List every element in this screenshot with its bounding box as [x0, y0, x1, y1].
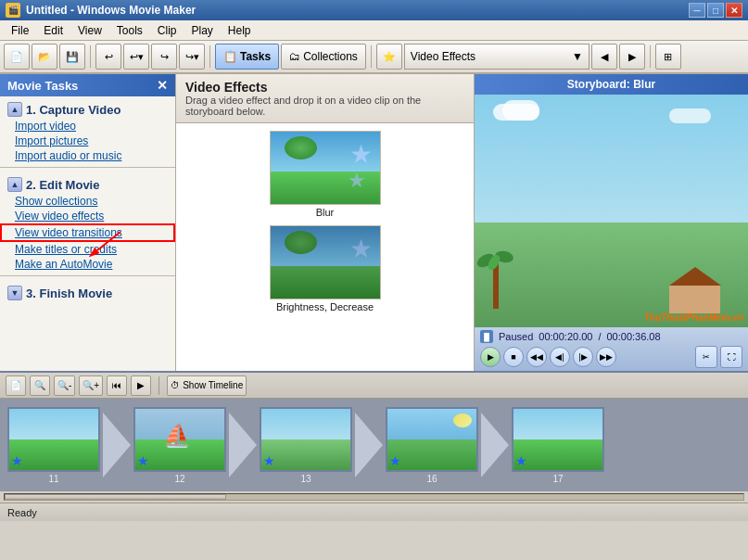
make-automovie-link[interactable]: Make an AutoMovie: [0, 257, 175, 272]
close-button[interactable]: ✕: [726, 3, 742, 18]
edit-movie-section: ▲ 2. Edit Movie: [0, 172, 175, 194]
total-time: 00:00:36.08: [607, 331, 661, 342]
toolbar-separator-1: [90, 45, 91, 68]
toolbar-separator-3: [371, 45, 372, 68]
rewind-button[interactable]: ◀◀: [526, 347, 547, 367]
story-thumb-12: ⛵ ★: [133, 407, 226, 472]
storyboard-rewind-btn[interactable]: ⏮: [107, 375, 127, 396]
redo-button[interactable]: ↪: [151, 44, 177, 70]
open-button[interactable]: 📂: [32, 44, 57, 70]
show-timeline-btn[interactable]: ⏱ Show Timeline: [167, 375, 247, 396]
tasks-label: Tasks: [240, 50, 271, 63]
left-panel: Movie Tasks ✕ ▲ 1. Capture Video Import …: [0, 74, 176, 371]
fullscreen-button[interactable]: ⛶: [720, 346, 742, 368]
redo-dropdown2[interactable]: ↪▾: [179, 44, 205, 70]
tasks-icon: 📋: [223, 50, 237, 63]
effects-icon-btn[interactable]: ⭐: [376, 44, 402, 70]
capture-collapse-button[interactable]: ▲: [7, 102, 22, 117]
menu-file[interactable]: File: [4, 22, 36, 39]
menu-bar: File Edit View Tools Clip Play Help: [0, 20, 748, 41]
horizontal-scrollbar[interactable]: [0, 491, 748, 503]
minimize-button[interactable]: ─: [689, 3, 705, 18]
transition-11-12: [100, 413, 133, 477]
status-text: Ready: [7, 507, 37, 518]
fast-forward-button[interactable]: ▶▶: [596, 347, 616, 367]
storyboard-item-17[interactable]: ★ 17: [512, 407, 604, 484]
undo-button[interactable]: ↩: [95, 44, 121, 70]
view-video-transitions-link[interactable]: View video transitions: [0, 223, 175, 242]
story-num-16: 16: [426, 474, 437, 484]
save-button[interactable]: 💾: [59, 44, 85, 70]
tasks-button[interactable]: 📋 Tasks: [215, 44, 279, 70]
storyboard-content: ★ 11 ⛵ ★ 12 ★ 13: [0, 399, 748, 491]
title-bar: 🎬 Untitled - Windows Movie Maker ─ □ ✕: [0, 0, 748, 20]
stop-button[interactable]: ■: [503, 347, 524, 367]
menu-tools[interactable]: Tools: [109, 22, 150, 39]
ground-bg: ThuThuatPhanMem.vn: [475, 223, 748, 327]
panel-close-button[interactable]: ✕: [157, 78, 168, 93]
transition-16-17: [478, 413, 512, 477]
grid-view-button[interactable]: ⊞: [655, 44, 681, 70]
scrollbar-track[interactable]: [4, 493, 744, 501]
right-controls: ✂ ⛶: [695, 346, 742, 368]
storyboard-item-12[interactable]: ⛵ ★ 12: [133, 407, 226, 484]
menu-clip[interactable]: Clip: [150, 22, 184, 39]
step-back-button[interactable]: ◀|: [550, 347, 570, 367]
step-forward-button[interactable]: |▶: [573, 347, 593, 367]
current-time: 00:00:20.00: [539, 331, 592, 342]
sky-bg: [475, 95, 748, 223]
split-button[interactable]: ✂: [695, 346, 717, 368]
next-effect-button[interactable]: ▶: [619, 44, 645, 70]
menu-view[interactable]: View: [70, 22, 109, 39]
storyboard-play-btn[interactable]: ▶: [131, 375, 151, 396]
storyboard-search-btn[interactable]: 🔍: [30, 375, 50, 396]
import-audio-link[interactable]: Import audio or music: [0, 148, 175, 163]
status-bar: Ready: [0, 503, 748, 521]
storyboard-item-13[interactable]: ★ 13: [260, 407, 352, 484]
preview-status-bar: ▐▌ Paused 00:00:20.00 / 00:00:36.08: [480, 330, 742, 343]
storyboard-item-16[interactable]: ★ 16: [386, 407, 478, 484]
effects-panel: Video Effects Drag a video effect and dr…: [176, 74, 475, 371]
edit-title: 2. Edit Movie: [26, 178, 99, 192]
section-divider-1: [0, 167, 175, 168]
storyboard-new-btn[interactable]: 📄: [6, 375, 26, 396]
story-num-11: 11: [48, 474, 58, 484]
prev-effect-button[interactable]: ◀: [591, 44, 617, 70]
show-collections-link[interactable]: Show collections: [0, 194, 175, 209]
dropdown-arrow-icon: ▼: [572, 50, 583, 63]
effect-blur[interactable]: ★ ★ Blur: [184, 131, 466, 218]
story-thumb-13: ★: [260, 407, 352, 472]
collections-button[interactable]: 🗂 Collections: [281, 44, 366, 70]
blur-thumbnail: ★ ★: [270, 131, 381, 205]
redo-dropdown[interactable]: ↩▾: [123, 44, 149, 70]
story-num-17: 17: [552, 474, 563, 484]
edit-collapse-button[interactable]: ▲: [7, 177, 22, 192]
menu-edit[interactable]: Edit: [36, 22, 70, 39]
brightness-thumbnail: ★: [270, 225, 381, 299]
storyboard-zoom-out-btn[interactable]: 🔍-: [54, 375, 75, 396]
finish-collapse-button[interactable]: ▼: [7, 286, 22, 300]
import-video-link[interactable]: Import video: [0, 119, 175, 134]
capture-title: 1. Capture Video: [26, 103, 120, 117]
import-pictures-link[interactable]: Import pictures: [0, 134, 175, 148]
preview-title: Storyboard: Blur: [475, 74, 748, 95]
toolbar: 📄 📂 💾 ↩ ↩▾ ↪ ↪▾ 📋 Tasks 🗂 Collections ⭐ …: [0, 41, 748, 74]
section-divider-2: [0, 275, 175, 276]
storyboard-zoom-in-btn[interactable]: 🔍+: [79, 375, 103, 396]
menu-play[interactable]: Play: [184, 22, 221, 39]
play-button[interactable]: ▶: [480, 347, 501, 367]
new-button[interactable]: 📄: [4, 44, 30, 70]
effects-dropdown[interactable]: Video Effects ▼: [404, 44, 590, 70]
make-titles-link[interactable]: Make titles or credits: [0, 242, 175, 257]
collections-label: Collections: [303, 50, 358, 63]
effects-header: Video Effects Drag a video effect and dr…: [176, 74, 474, 123]
storyboard-item-11[interactable]: ★ 11: [7, 407, 100, 484]
maximize-button[interactable]: □: [707, 3, 724, 18]
show-timeline-label: Show Timeline: [183, 380, 243, 390]
scrollbar-thumb[interactable]: [5, 494, 226, 500]
view-video-effects-link[interactable]: View video effects: [0, 209, 175, 223]
effects-dropdown-label: Video Effects: [411, 50, 572, 63]
story-thumb-17: ★: [512, 407, 604, 472]
menu-help[interactable]: Help: [221, 22, 259, 39]
effect-brightness-decrease[interactable]: ★ Brightness, Decrease: [184, 225, 466, 312]
